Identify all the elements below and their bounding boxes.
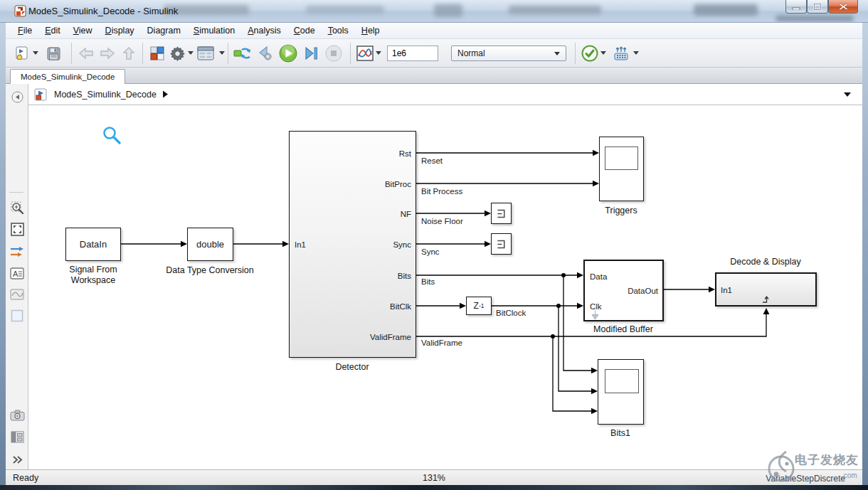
new-model-button[interactable] bbox=[13, 44, 31, 63]
tab-bar: ModeS_Simulink_Decode bbox=[6, 68, 862, 84]
scope-screen bbox=[605, 147, 638, 170]
viewer-area-button[interactable] bbox=[9, 307, 26, 324]
signal-sink-block-sync[interactable] bbox=[491, 233, 512, 255]
step-back-button[interactable] bbox=[256, 44, 275, 63]
sim-display-icon bbox=[356, 46, 374, 61]
update-diagram-button[interactable] bbox=[233, 44, 252, 63]
up-button[interactable] bbox=[120, 44, 138, 63]
canvas-search-icon[interactable] bbox=[102, 125, 123, 147]
port-data[interactable]: Data bbox=[590, 272, 607, 281]
menu-help[interactable]: Help bbox=[355, 24, 386, 37]
port-in1[interactable]: In1 bbox=[295, 240, 306, 249]
stop-time-input[interactable] bbox=[387, 46, 438, 61]
breadcrumb-model[interactable]: ModeS_Simulink_Decode bbox=[54, 90, 157, 100]
port-in1[interactable]: In1 bbox=[721, 286, 732, 294]
block-unit-delay[interactable]: Z-1 bbox=[466, 297, 492, 315]
screenshot-button[interactable] bbox=[9, 407, 26, 424]
block-signal-from-workspace[interactable]: DataIn bbox=[65, 228, 121, 261]
breadcrumb-arrow-icon[interactable] bbox=[162, 90, 169, 98]
build-button[interactable] bbox=[612, 44, 630, 63]
toolbar-separator bbox=[71, 43, 72, 64]
forward-arrow-icon bbox=[100, 47, 115, 60]
port-validframe[interactable]: ValidFrame bbox=[370, 333, 411, 341]
library-browser-button[interactable] bbox=[148, 44, 166, 63]
menu-bar: File Edit View Display Diagram Simulatio… bbox=[6, 23, 862, 39]
stop-button[interactable] bbox=[324, 44, 343, 63]
expand-sidebar-button[interactable] bbox=[9, 451, 26, 468]
run-button[interactable] bbox=[279, 44, 297, 63]
new-model-caret-icon[interactable] bbox=[33, 51, 38, 55]
block-detector[interactable]: In1 Rst BitProc NF Sync Bits BitClk Vali… bbox=[289, 131, 416, 358]
tab-label: ModeS_Simulink_Decode bbox=[21, 73, 115, 81]
menu-analysis[interactable]: Analysis bbox=[241, 24, 287, 37]
model-config-button[interactable] bbox=[196, 44, 215, 63]
settings-button[interactable] bbox=[168, 44, 186, 63]
port-sync[interactable]: Sync bbox=[393, 240, 411, 249]
fit-to-view-button[interactable] bbox=[9, 220, 26, 238]
window-title: ModeS_Simulink_Decode - Simulink bbox=[28, 6, 178, 16]
back-button[interactable] bbox=[77, 44, 95, 63]
save-button[interactable] bbox=[44, 44, 63, 63]
step-back-icon bbox=[257, 45, 274, 62]
menu-code[interactable]: Code bbox=[287, 24, 322, 37]
model-browser-icon bbox=[11, 431, 24, 443]
build-caret-icon[interactable] bbox=[633, 51, 639, 55]
menu-view[interactable]: View bbox=[67, 24, 99, 37]
forward-button[interactable] bbox=[98, 44, 117, 63]
menu-tools[interactable]: Tools bbox=[322, 24, 355, 37]
port-bits[interactable]: Bits bbox=[398, 272, 411, 280]
simulink-app-icon bbox=[14, 5, 26, 17]
maximize-button[interactable] bbox=[807, 0, 828, 14]
validate-button[interactable] bbox=[581, 44, 599, 63]
annotation-icon: A bbox=[10, 267, 24, 279]
port-bitproc[interactable]: BitProc bbox=[385, 180, 411, 188]
port-nf[interactable]: NF bbox=[401, 210, 411, 218]
sim-mode-select[interactable]: Normal bbox=[451, 46, 566, 61]
block-data-type-conversion[interactable]: double bbox=[187, 228, 233, 261]
status-bar: Ready 131% VariableStepDiscrete bbox=[6, 469, 862, 485]
stop-icon bbox=[325, 45, 342, 62]
annotation-button[interactable]: A bbox=[9, 265, 26, 282]
menu-file[interactable]: File bbox=[11, 24, 38, 37]
scope-triggers[interactable] bbox=[599, 137, 644, 201]
port-bitclk[interactable]: BitClk bbox=[390, 302, 411, 311]
aero-glass-blob bbox=[776, 16, 854, 21]
settings-caret-icon[interactable] bbox=[188, 51, 194, 55]
hide-explorer-button[interactable] bbox=[9, 88, 26, 105]
menu-display[interactable]: Display bbox=[99, 24, 141, 37]
gray-down-arrow-icon bbox=[591, 309, 600, 320]
scope-bits1[interactable] bbox=[598, 359, 644, 425]
sim-display-button[interactable] bbox=[356, 44, 374, 63]
delay-exponent: -1 bbox=[479, 302, 485, 309]
model-browser-button[interactable] bbox=[9, 428, 26, 445]
sim-mode-caret-icon bbox=[554, 52, 560, 55]
block-label: Z bbox=[474, 301, 479, 311]
save-icon bbox=[46, 46, 61, 61]
step-forward-button[interactable] bbox=[302, 44, 320, 63]
signal-sink-block-noise-floor[interactable] bbox=[491, 203, 512, 224]
zoom-region-button[interactable] bbox=[9, 199, 26, 216]
breadcrumb-dropdown-icon[interactable] bbox=[844, 92, 851, 97]
minimize-button[interactable] bbox=[785, 0, 807, 14]
signal-route-button[interactable] bbox=[9, 243, 26, 260]
block-label: double bbox=[196, 239, 224, 250]
validate-caret-icon[interactable] bbox=[600, 51, 606, 55]
aero-glass-blob bbox=[694, 4, 758, 16]
sim-display-caret-icon[interactable] bbox=[376, 51, 381, 55]
sim-mode-value: Normal bbox=[457, 48, 554, 58]
sample-time-display-button[interactable] bbox=[9, 286, 26, 303]
trigger-port-icon bbox=[762, 294, 771, 304]
block-decode-display[interactable]: In1 bbox=[715, 272, 817, 307]
menu-diagram[interactable]: Diagram bbox=[141, 24, 187, 37]
library-browser-icon bbox=[149, 46, 165, 61]
toolbar-separator bbox=[575, 43, 576, 64]
tab-model[interactable]: ModeS_Simulink_Decode bbox=[10, 69, 125, 84]
port-rst[interactable]: Rst bbox=[399, 149, 411, 158]
port-dataout[interactable]: DataOut bbox=[628, 287, 658, 295]
zoom-magnifier-icon bbox=[11, 201, 24, 215]
close-button[interactable] bbox=[828, 0, 858, 14]
menu-edit[interactable]: Edit bbox=[38, 24, 67, 37]
menu-simulation[interactable]: Simulation bbox=[187, 24, 241, 37]
model-config-caret-icon[interactable] bbox=[219, 51, 225, 55]
block-modified-buffer[interactable]: Data Clk DataOut bbox=[583, 260, 664, 321]
